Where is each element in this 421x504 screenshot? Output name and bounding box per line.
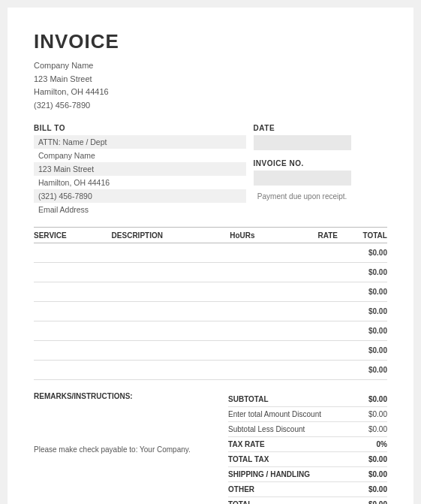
company-info: Company Name 123 Main Street Hamilton, O…: [34, 59, 387, 112]
bill-to-table: ATTN: Name / DeptCompany Name123 Main St…: [34, 135, 246, 216]
bill-to-row-3: Hamilton, OH 44416: [34, 176, 246, 189]
svc-total-1: $0.00: [338, 268, 387, 276]
svc-total-3: $0.00: [338, 307, 387, 315]
bill-to-row-0: ATTN: Name / Dept: [34, 135, 246, 149]
address-line1: 123 Main Street: [34, 73, 387, 86]
bill-date-row: BILL TO ATTN: Name / DeptCompany Name123…: [34, 124, 387, 216]
totals-value-5: $0.00: [350, 470, 387, 478]
totals-row-6: OTHER $0.00: [228, 482, 387, 497]
service-row: $0.00: [34, 282, 387, 302]
totals-container: SUBTOTAL $0.00 Enter total Amount Discou…: [228, 392, 387, 504]
totals-label-3: TAX RATE: [228, 440, 350, 448]
totals-value-0: $0.00: [350, 395, 387, 403]
totals-row-7: TOTAL $0.00: [228, 497, 387, 504]
address-line2: Hamilton, OH 44416: [34, 86, 387, 99]
col-hours-header: HoURs: [210, 231, 274, 240]
svc-total-6: $0.00: [338, 366, 387, 374]
totals-row-3: TAX RATE 0%: [228, 437, 387, 452]
totals-section: SUBTOTAL $0.00 Enter total Amount Discou…: [228, 392, 387, 504]
totals-label-4: TOTAL TAX: [228, 455, 350, 463]
totals-label-6: OTHER: [228, 485, 350, 493]
service-rows-container: $0.00 $0.00 $0.00 $0.00 $0.00: [34, 243, 387, 380]
invoice-title: INVOICE: [34, 30, 387, 53]
col-total-header: TOTAL: [338, 231, 387, 240]
services-header: SERVICE DESCRIPTION HoURs RATE TOTAL: [34, 227, 387, 243]
date-input[interactable]: [254, 135, 351, 150]
totals-label-1: Enter total Amount Discount: [228, 410, 350, 418]
service-row: $0.00: [34, 302, 387, 321]
totals-value-4: $0.00: [350, 455, 387, 463]
payment-note: Payment due upon receipt.: [254, 192, 351, 202]
col-service-header: SERVICE: [34, 231, 112, 240]
svc-total-2: $0.00: [338, 288, 387, 296]
remarks-section: REMARKS/INSTRUCTIONS: Please make check …: [34, 392, 228, 504]
phone: (321) 456-7890: [34, 99, 387, 113]
totals-row-1: Enter total Amount Discount $0.00: [228, 407, 387, 422]
totals-row-0: SUBTOTAL $0.00: [228, 392, 387, 407]
totals-row-5: SHIPPING / HANDLING $0.00: [228, 467, 387, 482]
invoice-page: INVOICE Company Name 123 Main Street Ham…: [8, 8, 413, 504]
service-row: $0.00: [34, 263, 387, 282]
bill-to-row-2: 123 Main Street: [34, 162, 246, 176]
service-row: $0.00: [34, 341, 387, 361]
svc-total-5: $0.00: [338, 346, 387, 355]
col-rate-header: RATE: [274, 231, 338, 240]
service-row: $0.00: [34, 361, 387, 380]
svc-total-0: $0.00: [338, 249, 387, 257]
invoice-no-input[interactable]: [254, 171, 351, 186]
totals-value-6: $0.00: [350, 485, 387, 493]
bottom-section: REMARKS/INSTRUCTIONS: Please make check …: [34, 392, 387, 504]
date-label: DATE: [254, 124, 387, 132]
invoice-no-label: INVOICE NO.: [254, 159, 387, 167]
service-row: $0.00: [34, 321, 387, 341]
bill-to-row-5: Email Address: [34, 203, 246, 216]
payable-note: Please make check payable to: Your Compa…: [34, 445, 213, 454]
date-section: DATE INVOICE NO. Payment due upon receip…: [246, 124, 387, 216]
bill-to-row-1: Company Name: [34, 149, 246, 162]
totals-row-4: TOTAL TAX $0.00: [228, 452, 387, 467]
totals-row-2: Subtotal Less Discount $0.00: [228, 422, 387, 437]
totals-value-1: $0.00: [350, 410, 387, 418]
bill-to-section: BILL TO ATTN: Name / DeptCompany Name123…: [34, 124, 246, 216]
totals-value-7: $0.00: [350, 500, 387, 504]
remarks-label: REMARKS/INSTRUCTIONS:: [34, 392, 213, 400]
bill-to-label: BILL TO: [34, 124, 246, 132]
totals-label-2: Subtotal Less Discount: [228, 425, 350, 433]
totals-label-0: SUBTOTAL: [228, 395, 350, 403]
totals-label-7: TOTAL: [228, 500, 350, 504]
col-description-header: DESCRIPTION: [112, 231, 211, 240]
service-row: $0.00: [34, 243, 387, 263]
totals-value-2: $0.00: [350, 425, 387, 433]
company-name: Company Name: [34, 59, 387, 73]
bill-to-row-4: (321) 456-7890: [34, 189, 246, 203]
svc-total-4: $0.00: [338, 327, 387, 335]
totals-value-3: 0%: [350, 440, 387, 448]
totals-label-5: SHIPPING / HANDLING: [228, 470, 350, 478]
